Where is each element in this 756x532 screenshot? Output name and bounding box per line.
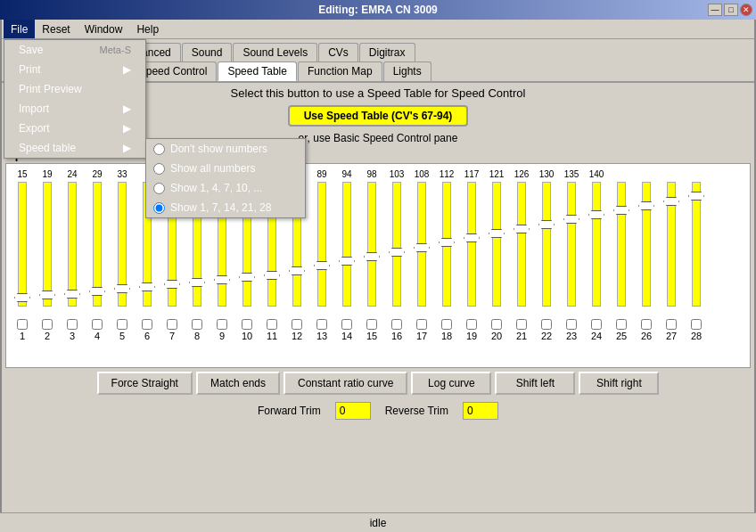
slider-thumb-10[interactable] bbox=[239, 273, 255, 282]
slider-checkbox-20[interactable] bbox=[491, 319, 502, 330]
menu-window[interactable]: Window bbox=[78, 20, 130, 38]
slider-col-20 bbox=[484, 180, 509, 318]
slider-checkbox-17[interactable] bbox=[416, 319, 427, 330]
slider-top-num-25 bbox=[609, 169, 634, 179]
tab-lights[interactable]: Lights bbox=[383, 61, 431, 81]
slider-thumb-22[interactable] bbox=[538, 220, 555, 229]
forward-trim-input[interactable] bbox=[335, 402, 371, 420]
slider-checkbox-3[interactable] bbox=[67, 319, 78, 330]
slider-thumb-24[interactable] bbox=[588, 210, 604, 219]
slider-checkbox-28[interactable] bbox=[691, 319, 702, 330]
slider-checkbox-5[interactable] bbox=[117, 319, 127, 330]
slider-checkbox-24[interactable] bbox=[591, 319, 602, 330]
menu-speed-table[interactable]: Speed table ▶ Don't show numbers Show al… bbox=[4, 138, 145, 158]
close-button[interactable]: ✕ bbox=[740, 4, 752, 16]
slider-checkbox-22[interactable] bbox=[541, 319, 552, 330]
slider-thumb-7[interactable] bbox=[164, 280, 180, 289]
slider-checkbox-10[interactable] bbox=[242, 319, 252, 330]
slider-checkbox-11[interactable] bbox=[267, 319, 277, 330]
slider-checkbox-27[interactable] bbox=[666, 319, 677, 330]
slider-checkbox-19[interactable] bbox=[466, 319, 477, 330]
slider-checkbox-cell-5 bbox=[110, 319, 135, 330]
slider-thumb-4[interactable] bbox=[89, 287, 105, 296]
slider-checkbox-7[interactable] bbox=[167, 319, 177, 330]
tab-digitrax[interactable]: Digitrax bbox=[359, 43, 415, 61]
speed-table-dont-show[interactable]: Don't show numbers bbox=[146, 139, 305, 159]
menu-help[interactable]: Help bbox=[129, 20, 166, 38]
slider-checkbox-1[interactable] bbox=[17, 319, 28, 330]
slider-thumb-11[interactable] bbox=[264, 271, 280, 280]
menu-save[interactable]: Save Meta-S bbox=[4, 40, 145, 60]
slider-bottom-num-25: 25 bbox=[609, 331, 634, 341]
slider-thumb-17[interactable] bbox=[414, 243, 430, 252]
slider-top-num-14: 94 bbox=[334, 169, 359, 179]
slider-checkbox-23[interactable] bbox=[566, 319, 577, 330]
force-straight-button[interactable]: Force Straight bbox=[97, 372, 193, 395]
maximize-button[interactable]: □ bbox=[724, 4, 738, 16]
menu-print-preview[interactable]: Print Preview bbox=[4, 79, 145, 99]
slider-checkbox-9[interactable] bbox=[217, 319, 227, 330]
slider-col-17 bbox=[409, 180, 434, 318]
slider-thumb-15[interactable] bbox=[364, 252, 380, 261]
constant-ratio-button[interactable]: Constant ratio curve bbox=[284, 372, 407, 395]
menu-import[interactable]: Import ▶ bbox=[4, 99, 145, 119]
tab-cvs[interactable]: CVs bbox=[318, 43, 358, 61]
slider-bottom-num-23: 23 bbox=[559, 331, 584, 341]
slider-thumb-2[interactable] bbox=[39, 291, 55, 299]
slider-thumb-27[interactable] bbox=[663, 197, 679, 206]
title-bar: Editing: EMRA CN 3009 — □ ✕ bbox=[0, 0, 756, 20]
slider-checkbox-4[interactable] bbox=[92, 319, 103, 330]
tab-function-map[interactable]: Function Map bbox=[298, 61, 382, 81]
menu-reset[interactable]: Reset bbox=[35, 20, 77, 38]
slider-thumb-25[interactable] bbox=[613, 206, 629, 215]
slider-thumb-20[interactable] bbox=[489, 229, 505, 238]
slider-checkbox-6[interactable] bbox=[142, 319, 152, 330]
slider-thumb-3[interactable] bbox=[64, 290, 80, 299]
slider-checkbox-12[interactable] bbox=[292, 319, 302, 330]
slider-thumb-8[interactable] bbox=[189, 278, 205, 287]
match-ends-button[interactable]: Match ends bbox=[196, 372, 280, 395]
menu-file[interactable]: File Save Meta-S Print ▶ Print Preview I… bbox=[4, 20, 35, 38]
slider-checkbox-13[interactable] bbox=[316, 319, 327, 330]
speed-table-show-1-4-7[interactable]: Show 1, 4, 7, 10, ... bbox=[146, 178, 305, 198]
slider-thumb-14[interactable] bbox=[339, 257, 355, 266]
slider-thumb-13[interactable] bbox=[314, 261, 330, 270]
slider-checkbox-25[interactable] bbox=[616, 319, 627, 330]
use-speed-table-button[interactable]: Use Speed Table (CV's 67-94) bbox=[288, 105, 469, 127]
slider-top-num-15: 98 bbox=[359, 169, 384, 179]
slider-thumb-23[interactable] bbox=[563, 215, 579, 224]
slider-track-1 bbox=[18, 182, 27, 307]
slider-thumb-5[interactable] bbox=[114, 284, 130, 293]
slider-col-5 bbox=[110, 180, 135, 318]
slider-thumb-28[interactable] bbox=[688, 192, 704, 201]
slider-thumb-18[interactable] bbox=[439, 238, 455, 247]
menu-export[interactable]: Export ▶ bbox=[4, 119, 145, 138]
slider-thumb-1[interactable] bbox=[14, 293, 30, 302]
slider-thumb-6[interactable] bbox=[139, 282, 155, 291]
slider-thumb-19[interactable] bbox=[464, 233, 480, 242]
tab-sound[interactable]: Sound bbox=[182, 43, 233, 61]
slider-thumb-21[interactable] bbox=[514, 225, 530, 233]
slider-thumb-12[interactable] bbox=[289, 266, 305, 275]
slider-checkbox-16[interactable] bbox=[391, 319, 402, 330]
slider-checkbox-18[interactable] bbox=[441, 319, 452, 330]
slider-thumb-9[interactable] bbox=[214, 275, 230, 284]
shift-right-button[interactable]: Shift right bbox=[579, 372, 659, 395]
shift-left-button[interactable]: Shift left bbox=[495, 372, 575, 395]
speed-table-show-1-7-14[interactable]: Show 1, 7, 14, 21, 28 bbox=[146, 198, 305, 217]
reverse-trim-input[interactable] bbox=[463, 402, 498, 420]
tab-speed-table[interactable]: Speed Table bbox=[218, 61, 297, 81]
tab-sound-levels[interactable]: Sound Levels bbox=[233, 43, 317, 61]
slider-checkbox-2[interactable] bbox=[42, 319, 53, 330]
minimize-button[interactable]: — bbox=[708, 4, 722, 16]
menu-print[interactable]: Print ▶ bbox=[4, 60, 145, 79]
speed-table-show-all[interactable]: Show all numbers bbox=[146, 159, 305, 178]
slider-checkbox-15[interactable] bbox=[366, 319, 377, 330]
slider-checkbox-21[interactable] bbox=[516, 319, 527, 330]
slider-thumb-16[interactable] bbox=[389, 248, 405, 257]
slider-thumb-26[interactable] bbox=[638, 201, 654, 210]
log-curve-button[interactable]: Log curve bbox=[411, 372, 491, 395]
slider-checkbox-8[interactable] bbox=[192, 319, 202, 330]
slider-checkbox-14[interactable] bbox=[341, 319, 352, 330]
slider-checkbox-26[interactable] bbox=[641, 319, 652, 330]
